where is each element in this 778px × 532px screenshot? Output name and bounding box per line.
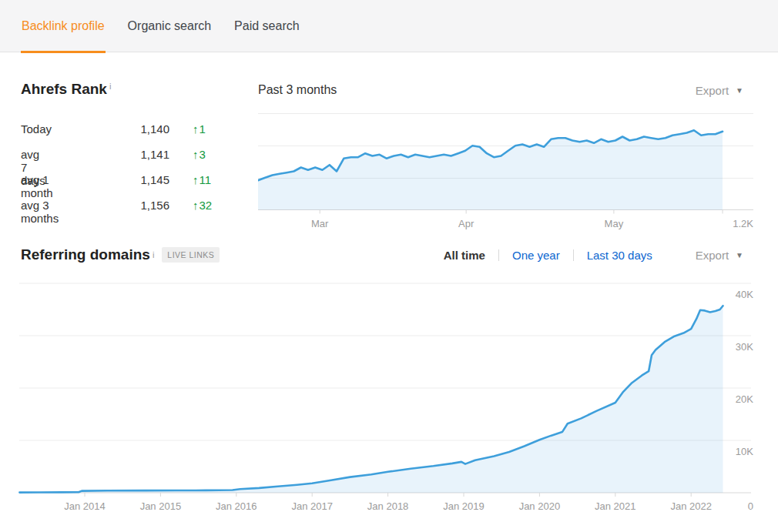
time-range-filters: All time One year Last 30 days Export ▼: [444, 249, 743, 262]
up-arrow-icon: ↑: [193, 148, 199, 161]
chevron-down-icon: ▼: [736, 251, 743, 259]
stat-value: 1,141: [92, 148, 169, 161]
stat-change: ↑3: [193, 148, 206, 161]
x-axis-label: Jan 2021: [595, 500, 636, 512]
x-axis-label: Jan 2014: [64, 500, 106, 512]
filter-all-time[interactable]: All time: [444, 249, 485, 262]
y-axis-label: 30K: [736, 341, 753, 353]
x-axis-label: Jan 2018: [367, 500, 409, 512]
stat-label: Today: [21, 122, 52, 136]
rank-chart-header: Past 3 months Export ▼: [258, 81, 743, 99]
y-axis-label: 10K: [736, 446, 753, 457]
x-axis-label: Jan 2020: [519, 500, 561, 512]
up-arrow-icon: ↑: [193, 122, 199, 136]
chevron-down-icon: ▼: [736, 86, 743, 95]
live-links-badge: LIVE LINKS: [162, 247, 220, 263]
filter-separator: [573, 249, 574, 261]
stat-change-value: 32: [200, 199, 213, 212]
ahrefs-rank-title-text: Ahrefs Rank: [21, 81, 107, 97]
ahrefs-rank-chart: [258, 113, 755, 218]
stat-value: 1,140: [92, 122, 169, 136]
stat-value: 1,145: [92, 173, 169, 186]
stat-value: 1,156: [92, 199, 169, 212]
x-axis-label: Apr: [458, 218, 474, 229]
x-axis-label: Jan 2019: [443, 500, 485, 512]
referring-domains-title: Referring domains: [21, 246, 150, 263]
info-icon: i: [153, 250, 154, 259]
stat-change-value: 3: [200, 148, 206, 161]
ahrefs-rank-title: Ahrefs Ranki: [21, 81, 111, 98]
referring-domains-header: Referring domainsi LIVE LINKS All time O…: [21, 243, 743, 266]
stat-change-value: 11: [200, 173, 212, 186]
y-axis-label: 20K: [736, 393, 753, 405]
filter-separator: [498, 249, 499, 261]
x-axis-label: May: [605, 218, 624, 229]
stat-change-value: 1: [200, 122, 206, 136]
y-axis-label: 1.2K: [733, 218, 753, 229]
stat-label: avg 1 month: [21, 173, 53, 199]
rank-chart-subtitle: Past 3 months: [258, 83, 337, 97]
x-axis-label: Jan 2015: [140, 500, 182, 512]
top-tab-bar: Backlink profile Organic search Paid sea…: [0, 0, 778, 52]
filter-last-30-days[interactable]: Last 30 days: [587, 249, 652, 262]
tab-backlink-profile[interactable]: Backlink profile: [21, 0, 106, 52]
export-label: Export: [696, 84, 729, 97]
info-icon: i: [109, 82, 111, 91]
stat-label: avg 3 months: [21, 199, 59, 225]
stat-change: ↑11: [193, 173, 211, 186]
tab-paid-search[interactable]: Paid search: [233, 0, 300, 52]
filter-one-year[interactable]: One year: [512, 249, 560, 262]
referring-domains-title-group: Referring domainsi LIVE LINKS: [21, 246, 220, 263]
y-axis-label: 0: [748, 500, 753, 512]
up-arrow-icon: ↑: [193, 173, 199, 186]
up-arrow-icon: ↑: [193, 199, 199, 212]
x-axis-label: Jan 2022: [670, 500, 712, 512]
y-axis-label: 40K: [736, 289, 753, 300]
rank-export-button[interactable]: Export ▼: [696, 84, 743, 97]
stat-change: ↑32: [193, 199, 212, 212]
x-axis-label: Jan 2016: [216, 500, 257, 512]
stat-change: ↑1: [193, 122, 206, 136]
x-axis-label: Jan 2017: [291, 500, 333, 512]
ahrefs-overview-page: { "tabs": [ { "label": "Backlink profile…: [0, 0, 778, 532]
export-label: Export: [696, 249, 729, 262]
domains-export-button[interactable]: Export ▼: [696, 249, 743, 262]
referring-domains-chart: [0, 281, 755, 500]
tab-organic-search[interactable]: Organic search: [127, 0, 213, 52]
x-axis-label: Mar: [311, 218, 328, 229]
